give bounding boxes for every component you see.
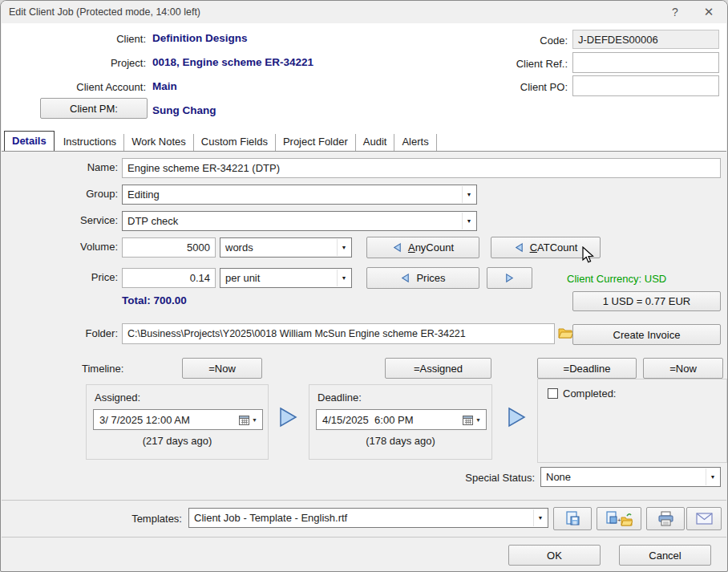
timeline-arrow-icon [277,406,298,428]
mouse-cursor [581,246,596,266]
project-value: 0018, Engine scheme ER-34221 [152,56,313,68]
triangle-left-icon [392,242,402,253]
chevron-down-icon[interactable]: ▼ [533,509,547,526]
volume-label: Volume: [22,241,118,253]
client-ref-field[interactable] [572,52,719,73]
printer-icon [657,511,674,526]
save-document-icon [564,511,580,526]
price-label: Price: [22,271,118,283]
edit-client-job-dialog: Edit Client Job (Protected mode, 14:00 l… [0,0,728,572]
assigned-date-picker[interactable]: 3/ 7/2025 12:00 AM ▼ [93,409,263,430]
tab-instructions[interactable]: Instructions [56,134,124,151]
assigned-panel: Assigned: 3/ 7/2025 12:00 AM ▼ (217 days… [86,384,269,460]
chevron-down-icon[interactable]: ▼ [337,239,350,256]
client-pm-value: Sung Chang [152,104,216,116]
open-folder-icon[interactable] [558,326,574,343]
volume-unit-select[interactable]: words ▼ [220,237,352,258]
group-select[interactable]: Editing ▼ [122,185,477,205]
close-button[interactable]: ✕ [695,1,722,23]
tab-custom-fields[interactable]: Custom Fields [194,134,276,151]
templates-band: Templates: Client Job - Template - Engli… [2,500,726,537]
job-header: Client: Definition Designs Project: 0018… [2,23,726,131]
completed-panel: Completed: [537,379,727,463]
price-unit-select[interactable]: per unit ▼ [220,268,352,288]
timeline-arrow-icon [506,406,527,428]
completed-checkbox[interactable] [548,388,558,399]
chevron-down-icon[interactable]: ▼ [462,213,475,229]
triangle-left-icon [400,273,411,283]
help-button[interactable]: ? [661,1,689,23]
set-assigned-now-button[interactable]: =Now [182,358,262,379]
name-input[interactable]: Engine scheme ER-34221 (DTP) [122,158,721,178]
tab-details[interactable]: Details [4,131,55,151]
code-field: J-DEFDES00006 [572,30,719,49]
service-select[interactable]: DTP check ▼ [122,211,477,231]
name-label: Name: [22,161,118,173]
templates-select[interactable]: Client Job - Template - English.rtf ▼ [188,508,548,528]
client-po-field[interactable] [572,75,719,96]
footer-band: OK Cancel [2,537,726,572]
client-account-value: Main [152,80,177,92]
tab-audit[interactable]: Audit [356,134,395,151]
assigned-label: Assigned: [95,391,140,404]
client-pm-button[interactable]: Client PM: [40,98,148,119]
code-label: Code: [487,34,568,47]
service-label: Service: [22,214,118,226]
window-title: Edit Client Job (Protected mode, 14:00 l… [9,1,200,23]
calendar-icon[interactable]: ▼ [239,410,257,429]
triangle-left-icon [514,242,524,253]
print-template-button[interactable] [646,507,685,530]
chevron-down-icon[interactable]: ▼ [462,186,475,203]
calendar-icon[interactable]: ▼ [463,410,481,429]
client-account-label: Client Account: [18,81,146,93]
set-deadline-assigned-button[interactable]: =Assigned [385,358,491,379]
completed-label: Completed: [563,387,616,400]
total-value: Total: 700.00 [122,294,187,306]
price-input[interactable]: 0.14 [122,268,216,288]
templates-label: Templates: [88,513,182,525]
client-value: Definition Designs [152,32,248,44]
folder-label: Folder: [22,327,118,339]
tab-work-notes[interactable]: Work Notes [124,134,194,151]
deadline-label: Deadline: [317,391,362,404]
title-bar[interactable]: Edit Client Job (Protected mode, 14:00 l… [1,1,727,23]
create-invoice-button[interactable]: Create Invoice [572,324,721,345]
client-ref-label: Client Ref.: [487,58,568,70]
volume-input[interactable]: 5000 [122,237,216,258]
client-currency-note: Client Currency: USD [567,273,725,285]
email-template-button[interactable] [686,507,722,530]
client-po-label: Client PO: [487,81,568,93]
group-label: Group: [22,188,118,200]
tab-bar: Details Instructions Work Notes Custom F… [2,131,726,151]
special-status-label: Special Status: [415,472,535,484]
triangle-right-icon [504,273,515,283]
cancel-button[interactable]: Cancel [619,545,711,566]
exchange-rate-button[interactable]: 1 USD = 0.77 EUR [572,291,721,311]
ok-button[interactable]: OK [508,545,601,566]
folder-input[interactable]: C:\Business\Projects\Y2025\0018 William … [122,323,555,344]
deadline-panel: Deadline: 4/15/2025 6:00 PM ▼ (178 days … [309,384,492,460]
save-document-folder-icon: + [605,511,633,527]
apply-price-button[interactable] [487,267,532,289]
assigned-days-ago: (217 days ago) [87,435,268,447]
special-status-select[interactable]: None ▼ [540,467,721,487]
save-template-button[interactable] [553,507,592,530]
timeline-label: Timeline: [82,363,130,375]
tab-project-folder[interactable]: Project Folder [276,134,356,151]
envelope-icon [696,513,713,525]
chevron-down-icon[interactable]: ▼ [337,270,350,286]
project-label: Project: [18,57,146,69]
set-completed-now-button[interactable]: =Now [643,358,723,379]
chevron-down-icon[interactable]: ▼ [706,469,719,485]
deadline-date-picker[interactable]: 4/15/2025 6:00 PM ▼ [316,409,487,430]
svg-text:+: + [617,517,621,524]
anycount-button[interactable]: AnyCount [366,237,479,258]
details-tab-content: Name: Engine scheme ER-34221 (DTP) Group… [2,151,726,500]
prices-button[interactable]: Prices [366,267,479,289]
client-label: Client: [18,33,146,45]
tab-alerts[interactable]: Alerts [394,134,436,151]
set-completed-deadline-button[interactable]: =Deadline [537,358,637,379]
save-template-open-folder-button[interactable]: + [597,507,641,530]
deadline-days-ago: (178 days ago) [309,435,491,447]
